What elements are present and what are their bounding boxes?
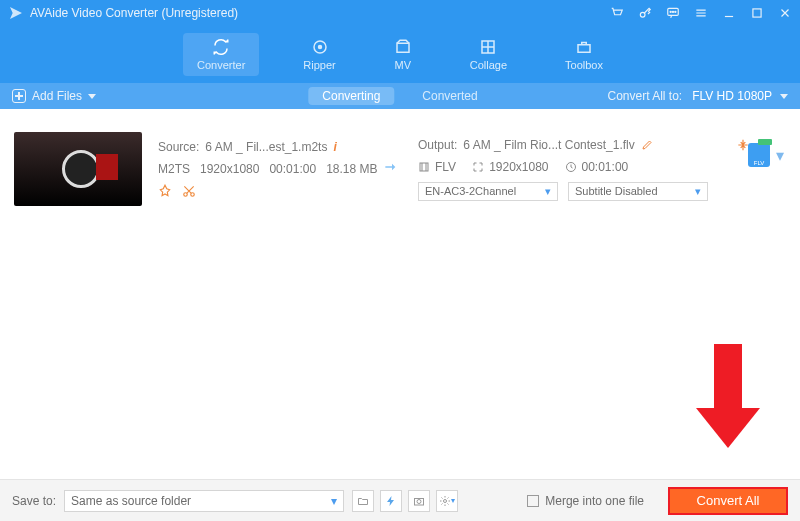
titlebar: AVAide Video Converter (Unregistered) [0,0,800,26]
src-size: 18.18 MB [326,162,377,176]
subtitle-select[interactable]: Subtitle Disabled▾ [568,182,708,201]
settings-button[interactable]: ▾ [436,490,458,512]
src-resolution: 1920x1080 [200,162,259,176]
save-to-value: Same as source folder [71,494,191,508]
output-column: Output: 6 AM _ Film Rio...t Contest_1.fl… [408,138,786,201]
add-files-button[interactable]: Add Files [12,89,96,103]
cut-icon[interactable] [182,184,196,198]
pin-icon[interactable] [158,184,172,198]
nav-ripper-label: Ripper [303,59,335,71]
src-container: M2TS [158,162,190,176]
edit-icon[interactable] [641,139,653,151]
minimize-icon[interactable] [722,6,736,20]
chevron-down-icon [88,94,96,99]
add-files-label: Add Files [32,89,82,103]
nav-converter-label: Converter [197,59,245,71]
svg-point-16 [417,499,421,503]
close-icon[interactable] [778,6,792,20]
plus-icon [12,89,26,103]
out-duration: 00:01:00 [582,160,629,174]
chevron-down-icon: ▾ [776,146,784,165]
source-filename: 6 AM _ Fil...est_1.m2ts [205,140,327,154]
out-format: FLV [435,160,456,174]
merge-checkbox[interactable]: Merge into one file [527,494,644,508]
merge-label: Merge into one file [545,494,644,508]
highlight-arrow-icon [698,344,758,454]
svg-rect-10 [578,45,590,53]
arrow-icon [382,157,408,181]
svg-point-3 [672,11,673,12]
open-folder-button[interactable] [352,490,374,512]
titlebar-icons [610,6,792,20]
footer-tools: ▾ [352,490,458,512]
svg-point-7 [318,46,321,49]
svg-point-17 [444,499,447,502]
audio-track-value: EN-AC3-2Channel [425,185,516,197]
main-nav: Converter Ripper MV Collage Toolbox [0,26,800,83]
nav-ripper[interactable]: Ripper [289,33,349,76]
nav-converter[interactable]: Converter [183,33,259,76]
chevron-down-icon [780,94,788,99]
video-thumbnail[interactable] [14,132,142,206]
file-item[interactable]: Source: 6 AM _ Fil...est_1.m2ts i M2TS 1… [14,123,786,215]
clock-icon [565,161,577,173]
svg-rect-5 [753,9,761,17]
nav-toolbox-label: Toolbox [565,59,603,71]
out-resolution: 1920x1080 [489,160,548,174]
footer: Save to: Same as source folder ▾ ▾ Merge… [0,479,800,521]
menu-icon[interactable] [694,6,708,20]
svg-rect-8 [397,43,409,52]
subtitle-value: Subtitle Disabled [575,185,658,197]
svg-point-4 [675,11,676,12]
nav-mv-label: MV [394,59,411,71]
subbar: Add Files Converting Converted Convert A… [0,83,800,109]
film-icon [418,161,430,173]
convert-all-button[interactable]: Convert All [668,487,788,515]
expand-icon [472,161,484,173]
output-label: Output: [418,138,457,152]
nav-collage-label: Collage [470,59,507,71]
nav-collage[interactable]: Collage [456,33,521,76]
nav-toolbox[interactable]: Toolbox [551,33,617,76]
cart-icon[interactable] [610,6,624,20]
gpu-boost-button[interactable] [380,490,402,512]
source-label: Source: [158,140,199,154]
svg-point-0 [640,12,645,17]
save-to-select[interactable]: Same as source folder ▾ [64,490,344,512]
convert-all-to-label: Convert All to: [607,89,682,103]
output-format-button[interactable]: ▾ [748,143,784,167]
convert-all-format-select[interactable]: FLV HD 1080P [692,89,788,103]
tab-converted[interactable]: Converted [408,87,491,105]
svg-rect-13 [420,163,428,171]
feedback-icon[interactable] [666,6,680,20]
output-filename: 6 AM _ Film Rio...t Contest_1.flv [463,138,634,152]
src-duration: 00:01:00 [269,162,316,176]
save-to-label: Save to: [12,494,56,508]
convert-all-format-value: FLV HD 1080P [692,89,772,103]
audio-track-select[interactable]: EN-AC3-2Channel▾ [418,182,558,201]
key-icon[interactable] [638,6,652,20]
nav-mv[interactable]: MV [380,33,426,76]
maximize-icon[interactable] [750,6,764,20]
file-list: Source: 6 AM _ Fil...est_1.m2ts i M2TS 1… [0,109,800,215]
checkbox-icon [527,495,539,507]
source-column: Source: 6 AM _ Fil...est_1.m2ts i M2TS 1… [142,140,382,198]
app-title: AVAide Video Converter (Unregistered) [30,6,610,20]
format-badge-icon [748,143,770,167]
app-logo-icon [8,5,24,21]
tab-converting[interactable]: Converting [308,87,394,105]
svg-point-2 [670,11,671,12]
info-icon[interactable]: i [333,140,336,154]
snapshot-button[interactable] [408,490,430,512]
